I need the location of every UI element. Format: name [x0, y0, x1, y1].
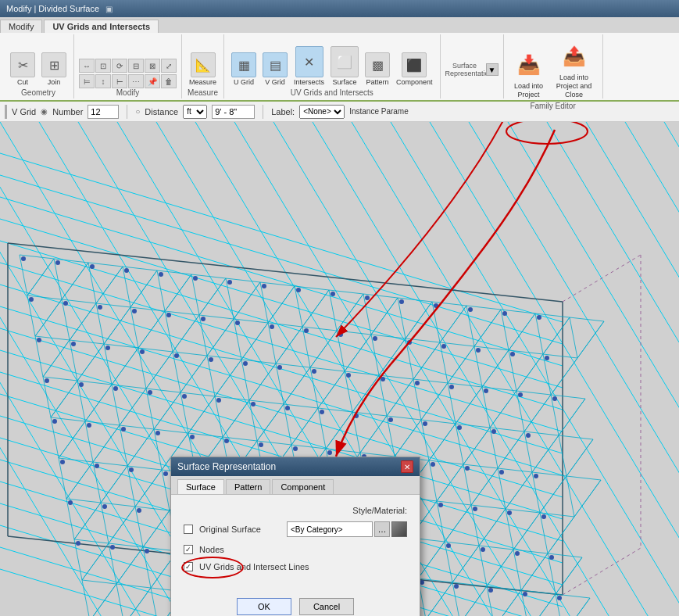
component-icon: ⬛: [402, 52, 427, 77]
style-material-header: Style/Material:: [184, 506, 407, 515]
ugrid-label: U Grid: [234, 79, 254, 87]
array-icon[interactable]: ⊠: [145, 59, 160, 73]
distance-input[interactable]: [212, 105, 255, 119]
btn-measure[interactable]: 📐 Measure: [187, 51, 219, 88]
modify-top-row: ↔ ⊡ ⟳ ⊟ ⊠ ⤢: [79, 59, 177, 73]
intersects-icon: ✕: [295, 46, 323, 77]
distance-dropdown[interactable]: ftm: [183, 105, 207, 119]
radio-number-icon: ◉: [41, 107, 48, 116]
uv-group-label: UV Grids and Intersects: [291, 88, 373, 98]
vgrid-label: V Grid: [265, 79, 285, 87]
ribbon-group-geometry: ✂ Cut ⊞ Join Geometry: [3, 34, 74, 98]
cut-icon: ✂: [10, 52, 35, 77]
ok-button[interactable]: OK: [237, 598, 291, 615]
separator1: [127, 105, 127, 119]
measure-label: Measure: [189, 79, 216, 87]
btn-load-close[interactable]: 📤 Load intoProject and Close: [551, 38, 598, 102]
btn-ugrid[interactable]: ▦ U Grid: [229, 51, 259, 88]
dialog-surface-representation[interactable]: Surface Representation ✕ Surface Pattern…: [170, 457, 420, 616]
measure-icon: 📐: [191, 52, 216, 77]
original-surface-row: Original Surface …: [184, 521, 407, 537]
load-project-icon: 📥: [513, 49, 545, 81]
unpin-icon[interactable]: 🗑: [161, 74, 177, 88]
cancel-button[interactable]: Cancel: [299, 598, 354, 615]
title-icon: ▣: [105, 5, 113, 13]
uv-buttons: ▦ U Grid ▤ V Grid ✕ Intersects ⬜ Surface…: [229, 34, 435, 88]
surface-icon: ⬜: [331, 46, 359, 77]
main-canvas: Surface Representation ✕ Surface Pattern…: [0, 122, 679, 616]
intersects-label: Intersects: [294, 79, 324, 87]
surface-label: Surface: [333, 79, 357, 87]
ribbon-content: ✂ Cut ⊞ Join Geometry ↔ ⊡ ⟳ ⊟ ⊠ ⤢: [0, 33, 679, 102]
trim-icon[interactable]: ⊢: [112, 74, 127, 88]
modify-bottom-row: ⊨ ↕ ⊢ ⋯ 📌 🗑: [79, 74, 177, 88]
nodes-checkbox[interactable]: [184, 545, 193, 554]
mirror-icon[interactable]: ⊟: [128, 59, 144, 73]
split-icon[interactable]: ⋯: [128, 74, 144, 88]
ribbon-group-family-editor: 📥 Load intoProject 📤 Load intoProject an…: [504, 34, 603, 98]
scale-icon[interactable]: ⤢: [161, 59, 177, 73]
join-label: Join: [48, 79, 61, 87]
title-text: Modify | Divided Surface: [6, 4, 99, 13]
load-close-icon: 📤: [559, 41, 590, 72]
dialog-tab-component[interactable]: Component: [272, 479, 334, 494]
btn-component[interactable]: ⬛ Component: [394, 51, 435, 88]
ribbon-tab-bar: Modify UV Grids and Intersects: [0, 17, 679, 33]
modify-label: Modify: [116, 88, 139, 98]
measure-group-label: Measure: [188, 88, 218, 98]
surface-rep-buttons: Surface Representation ▼: [445, 34, 499, 97]
component-label: Component: [396, 79, 433, 87]
dialog-tab-surface[interactable]: Surface: [177, 479, 224, 494]
align-icon[interactable]: ⊨: [79, 74, 95, 88]
surface-rep-dropdown[interactable]: ▼: [486, 63, 499, 76]
vgrid-icon: ▤: [263, 52, 288, 77]
btn-vgrid[interactable]: ▤ V Grid: [260, 51, 290, 88]
distance-label: Distance: [145, 107, 178, 116]
tab-uv-grids[interactable]: UV Grids and Intersects: [44, 20, 159, 33]
cut-label: Cut: [17, 79, 28, 87]
copy-icon[interactable]: ⊡: [95, 59, 111, 73]
move-icon[interactable]: ↔: [79, 59, 95, 73]
original-surface-label: Original Surface: [199, 525, 261, 534]
original-surface-color: [391, 521, 407, 537]
dialog-close-button[interactable]: ✕: [401, 460, 413, 473]
label-dropdown[interactable]: <None>: [299, 105, 345, 119]
pattern-label: Pattern: [366, 79, 389, 87]
tab-modify[interactable]: Modify: [0, 20, 42, 33]
vgrid-toolbar-label: V Grid: [12, 107, 36, 116]
original-surface-checkbox[interactable]: [184, 525, 193, 534]
nodes-label: Nodes: [199, 545, 224, 554]
ugrid-icon: ▦: [231, 52, 256, 77]
modify-buttons: ↔ ⊡ ⟳ ⊟ ⊠ ⤢ ⊨ ↕ ⊢ ⋯ 📌 🗑: [79, 34, 177, 88]
original-surface-style-btn[interactable]: …: [374, 521, 390, 537]
btn-load-project[interactable]: 📥 Load intoProject: [509, 46, 549, 102]
offset-icon[interactable]: ↕: [95, 74, 111, 88]
btn-join[interactable]: ⊞ Join: [39, 51, 69, 88]
btn-cut[interactable]: ✂ Cut: [8, 51, 38, 88]
pattern-icon: ▩: [365, 52, 390, 77]
uv-grids-label: UV Grids and Intersect Lines: [199, 562, 309, 571]
dialog-title: Surface Representation: [177, 461, 276, 472]
uv-grids-checkbox[interactable]: [184, 562, 193, 571]
load-close-label: Load intoProject and Close: [556, 73, 593, 98]
original-surface-style-input[interactable]: [287, 521, 373, 537]
separator2: [263, 105, 263, 119]
rotate-icon[interactable]: ⟳: [112, 59, 127, 73]
family-editor-buttons: 📥 Load intoProject 📤 Load intoProject an…: [509, 34, 598, 102]
pin-icon[interactable]: 📌: [145, 74, 160, 88]
measure-buttons: 📐 Measure: [187, 34, 219, 88]
btn-intersects[interactable]: ✕ Intersects: [291, 45, 327, 88]
family-editor-label: Family Editor: [530, 102, 575, 112]
ribbon-group-modify: ↔ ⊡ ⟳ ⊟ ⊠ ⤢ ⊨ ↕ ⊢ ⋯ 📌 🗑 Modify: [74, 34, 182, 98]
dialog-titlebar: Surface Representation ✕: [171, 457, 420, 476]
label-text: Label:: [271, 107, 295, 116]
dialog-tab-pattern[interactable]: Pattern: [226, 479, 270, 494]
dialog-tabs: Surface Pattern Component: [171, 476, 420, 495]
btn-surface[interactable]: ⬜ Surface: [328, 45, 361, 88]
number-input[interactable]: [88, 105, 119, 119]
load-project-label: Load intoProject: [514, 82, 543, 99]
geometry-label: Geometry: [21, 88, 55, 98]
toolbar: V Grid ◉ Number ○ Distance ftm Label: <N…: [0, 102, 679, 122]
btn-pattern[interactable]: ▩ Pattern: [363, 51, 392, 88]
instance-param-text: Instance Parame: [349, 107, 409, 116]
